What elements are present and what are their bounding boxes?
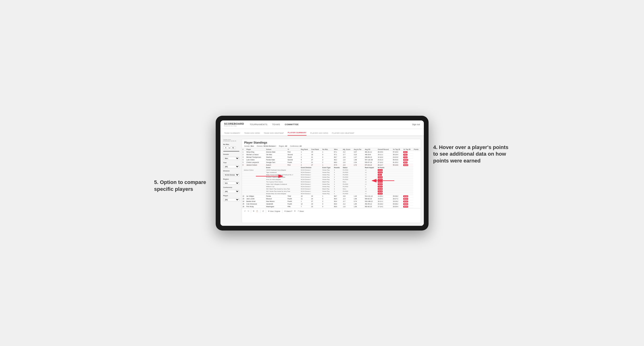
region-select[interactable]: N/A — [223, 182, 239, 185]
main-nav: TOURNAMENTS TEAMS COMMITTEE — [250, 121, 412, 128]
w-points-badge-2[interactable]: 53.60 — [378, 172, 383, 173]
w-points-badge-3[interactable]: 46.7 — [378, 174, 382, 176]
conference-filter-display: Conference: All — [290, 145, 302, 147]
annotation-right: 4. Hover over a player's points to see a… — [433, 144, 509, 164]
tab-player-h2h-heatmap[interactable]: PLAYER H2H HEATMAP — [332, 132, 354, 136]
points-badge-1[interactable]: 88.2 — [403, 151, 408, 153]
w-points-badge-9[interactable]: 26.98 — [378, 188, 383, 190]
bottom-toolbar: ↩ ↪ ⧉ 📋 ⏱ 👁 View: Original 👁 W — [242, 208, 421, 214]
watch-button[interactable]: 👁 Watch ▾ — [284, 210, 292, 212]
table-row: 4 Luke Claton Florida State Second 5 27 … — [242, 159, 421, 161]
view-button[interactable]: 👁 View: Original — [268, 210, 280, 212]
points-badge-5[interactable]: 60.9 — [403, 162, 408, 164]
player-select[interactable]: (All) — [223, 198, 239, 201]
redo-button[interactable]: ↪ — [248, 210, 249, 212]
sub-nav: TEAM SUMMARY TEAM H2H GRID TEAM H2H HEAT… — [220, 129, 424, 136]
tab-team-h2h-heatmap[interactable]: TEAM H2H HEATMAP — [264, 132, 284, 136]
division-select[interactable]: NCAA Division I — [223, 173, 239, 176]
copy-button[interactable]: ⧉ — [253, 210, 254, 212]
arrow-right — [370, 177, 394, 184]
nav-committee[interactable]: COMMITTEE — [285, 121, 299, 128]
gender-filter-display: Gender: Men — [244, 145, 254, 147]
points-badge-24[interactable]: 60.02 — [403, 200, 408, 202]
rds-slider[interactable] — [223, 151, 239, 152]
paste-button[interactable]: 📋 — [256, 210, 258, 212]
nav-tournaments[interactable]: TOURNAMENTS — [250, 121, 268, 128]
download-button[interactable]: ⬇ — [294, 210, 296, 212]
no-rds-label: No Rds. — [223, 144, 239, 145]
table-header-row: # Player School Yr Reg Rank Conf Rank No… — [242, 148, 421, 151]
w-points-badge-11[interactable]: 66.40 — [378, 193, 383, 195]
event-row: SEC Match Play hosted by Jerry Pate NCAA… — [242, 188, 421, 190]
toolbar-sep-2 — [260, 209, 260, 213]
col-avg-to-par: Avg to Par — [353, 148, 364, 151]
col-vs-top-25: Vs Top 25 — [392, 148, 402, 151]
col-points: Points — [413, 148, 421, 151]
conference-select[interactable]: (All) — [223, 190, 239, 193]
table-row: 5 Christo Lamprecht Georgia Tech Fourth … — [242, 161, 421, 164]
table-row: 22 Ian Gilligan Florida Third 10 24 1 68… — [242, 195, 421, 197]
points-badge-22[interactable]: 60.68 — [403, 195, 408, 197]
table-row: 3 Michael Thorbjornsen Stanford Fourth 2… — [242, 156, 421, 159]
table-row: 2 Michael La Sasso Ole Miss Second 1 18 … — [242, 153, 421, 156]
sidebar: Update time: 27/03/2024 16:56:26 No Rds.… — [223, 139, 239, 223]
gender-select[interactable]: Men — [223, 157, 239, 160]
w-points-badge-10[interactable]: 56.18 — [378, 190, 383, 192]
clock-button[interactable]: ⏱ — [262, 210, 264, 212]
player-filter-label: Player — [223, 195, 239, 196]
w-points-badge-8[interactable]: 30.47 — [378, 186, 383, 187]
col-conf-rank: Conf Rank — [310, 148, 322, 151]
points-badge-6[interactable]: 58.18 — [403, 164, 408, 166]
year-filter-label: Year — [223, 162, 239, 164]
conference-filter: Conference (All) — [223, 186, 239, 193]
col-no-rds: No Rds. — [322, 148, 333, 151]
points-badge-23[interactable]: 60.27 — [403, 198, 408, 200]
share-label: Share — [300, 210, 304, 212]
conference-filter-label: Conference — [223, 186, 239, 188]
view-label: View: Original — [270, 210, 280, 212]
sign-out-button[interactable]: Sign out — [412, 123, 420, 126]
undo-button[interactable]: ↩ — [244, 210, 246, 212]
w-points-badge[interactable]: 82.64 — [378, 169, 383, 171]
tablet-screen: SCOREBOARD Powered by clipp TOURNAMENTS … — [220, 120, 424, 226]
col-rank: # — [242, 148, 246, 151]
event-row: Mirabel Maui Jim Intercollegiate NCAA Di… — [242, 192, 421, 195]
gender-filter: Gender Men — [223, 154, 239, 160]
rds-min-input[interactable] — [223, 147, 228, 149]
table-row: 26 Petr Hruby Washington Fifth 7 23 0 68… — [242, 205, 421, 208]
toolbar-sep-3 — [266, 209, 266, 213]
year-select[interactable]: (All) — [223, 165, 239, 168]
logo-text: SCOREBOARD — [224, 122, 244, 125]
filter-row: Gender: Men Division: NCAA Division I Re… — [244, 145, 418, 147]
event-row: SEC Stroke Play hosted by Jerry Pate NCA… — [242, 190, 421, 192]
col-avg-sg: Avg SG — [364, 148, 377, 151]
table-row: 25 Cole Sherwood Vanderbilt Fourth 12 23… — [242, 203, 421, 205]
points-badge-3[interactable]: 73.2 — [403, 156, 408, 158]
tab-team-summary[interactable]: TEAM SUMMARY — [224, 132, 240, 136]
share-button[interactable]: ↗ Share — [298, 210, 304, 212]
toolbar-sep-4 — [282, 209, 282, 213]
table-row-highlighted: 6 Jackson Kolson Auburn First 2 27 1 67.… — [242, 164, 421, 166]
col-vs-top-50: Vs Top 50 — [402, 148, 413, 151]
points-badge-25[interactable]: 59.95 — [403, 203, 408, 205]
points-badge-26[interactable]: 58.49 — [403, 206, 408, 208]
division-filter-display: Division: NCAA Division I — [257, 145, 276, 147]
nav-teams[interactable]: TEAMS — [272, 121, 280, 128]
region-filter-display: Region: All — [279, 145, 287, 147]
tab-team-h2h-grid[interactable]: TEAM H2H GRID — [244, 132, 260, 136]
col-wins: Wins — [333, 148, 342, 151]
panel-header: Player Standings Gender: Men Division: N… — [242, 139, 421, 148]
tab-player-summary[interactable]: PLAYER SUMMARY — [288, 132, 306, 136]
col-school: School — [265, 148, 287, 151]
watch-label: Watch — [286, 210, 291, 212]
tab-player-h2h-grid[interactable]: PLAYER H2H GRID — [310, 132, 328, 136]
top-nav: SCOREBOARD Powered by clipp TOURNAMENTS … — [220, 120, 424, 129]
col-adj-score: Adj. Score — [342, 148, 353, 151]
points-badge-4[interactable]: 68.54 — [403, 159, 408, 161]
no-rds-filter: No Rds. - — [223, 144, 239, 152]
points-badge-2[interactable]: 76.2 — [403, 154, 408, 156]
rds-max-input[interactable] — [230, 147, 236, 149]
col-player: Player — [246, 148, 266, 151]
table-row: Event Event Division Event Type Rounds S… — [242, 166, 421, 169]
logo-sub: Powered by clipp — [224, 125, 244, 127]
